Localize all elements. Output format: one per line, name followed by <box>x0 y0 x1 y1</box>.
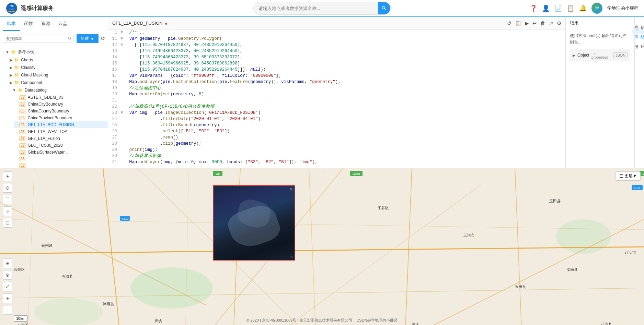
map-grid-tool[interactable]: ⊞ <box>3 258 12 268</box>
list-item[interactable]: JS GF2_L1A_Fusion <box>14 135 108 142</box>
code-line: 28 .clip(geometry); <box>108 141 565 147</box>
tree-folder-datacatalog: ▼ 📁 Datacatalog JS ASTER_GDEM_V3 <box>7 86 108 168</box>
settings-icon[interactable]: 📄 <box>554 4 562 12</box>
expand-icon: ▼ <box>12 88 16 92</box>
file-tab[interactable]: GF1_L1A_BCD_FUSION ● <box>112 21 168 26</box>
share-icon[interactable]: ↗ <box>549 20 553 26</box>
code-editor[interactable]: 1 ▼ /**... 11 ▼ var geometry = pie.Geome… <box>108 29 565 168</box>
tree-folder-classify-header[interactable]: ▶ 📁 Classify <box>7 64 108 71</box>
sidebar-tab-function[interactable]: 函数 <box>20 17 37 31</box>
script-search-input[interactable] <box>3 35 74 43</box>
result-object[interactable]: ▶ Object : 5 properties JSON <box>570 49 630 61</box>
help-icon[interactable]: ❓ <box>530 4 537 12</box>
tree-folder-examples-header[interactable]: ▼ 📁 参考示例 <box>3 48 108 56</box>
map-fullscreen-tool[interactable]: ⤢ <box>3 282 12 291</box>
sidebar-tab-cloud[interactable]: 云盘 <box>54 17 71 31</box>
resize-handle[interactable]: ⤡ <box>290 254 293 259</box>
settings-icon[interactable]: ⚙ <box>557 20 561 26</box>
result-title: 结果 <box>570 20 579 25</box>
username[interactable]: 学地理的小胖师 <box>607 5 639 11</box>
map-layer-tool[interactable]: ⊗ <box>3 270 12 280</box>
list-item[interactable]: JS GlobalSurfaceWater... <box>14 149 108 156</box>
list-item[interactable]: JS ASTER_GDEM_V3 <box>14 94 108 101</box>
user-manage-icon[interactable]: 👤 <box>542 4 550 12</box>
map-add-point-tool[interactable]: + <box>3 171 12 181</box>
map-zoom-out-btn[interactable]: - <box>3 305 12 315</box>
list-item-selected[interactable]: JS GF1_L1A_BCD_FUSION <box>14 121 108 128</box>
side-tab-info[interactable]: 信息 <box>632 20 644 24</box>
code-line: 21 <box>108 97 565 104</box>
svg-text:PIE: PIE <box>10 5 14 7</box>
svg-text:云州区: 云州区 <box>41 243 53 248</box>
satellite-image-overlay: ✕ ⤡ <box>213 185 295 261</box>
map-rect-tool[interactable]: □ <box>3 218 12 228</box>
code-line: 16 [115.95704187824987, 40.2485291926444… <box>108 67 565 73</box>
map-tools-left: + ⊙ ⌒ ○ □ <box>3 171 12 228</box>
code-line: 30 //加载显示影像 <box>108 153 565 159</box>
side-tab-result[interactable]: 结果 <box>632 29 644 34</box>
code-line: 14 [116.74994866423373, 39.6510337339307… <box>108 54 565 60</box>
expand-icon: ▶ <box>10 73 12 77</box>
header: PIE engine 遥感计算服务 ❓ 👤 📄 📋 🔔 学 学地理的小胖师 <box>0 0 644 17</box>
sidebar-tab-resource[interactable]: 资源 <box>37 17 54 31</box>
list-item[interactable]: JS ChinaCountyBoundary <box>14 108 108 115</box>
result-content: 使用方法 print(..) 输出结果到控制台。 ▶ Object : 5 pr… <box>566 29 634 168</box>
sidebar-toolbar: 新建 ▼ ↺ <box>0 31 108 46</box>
search-button[interactable] <box>378 2 390 14</box>
list-item[interactable]: JS ChinaCityBoundary <box>14 101 108 108</box>
sidebar-nav: 脚本 函数 资源 云盘 <box>0 17 108 31</box>
result-tip: 使用方法 print(..) 输出结果到控制台。 <box>570 33 630 46</box>
map-zoom-in-btn[interactable]: + <box>3 293 12 303</box>
svg-text:廊坊: 廊坊 <box>154 319 162 323</box>
delete-icon[interactable]: 🗑 <box>540 20 545 26</box>
logo-text: 遥感计算服务 <box>21 5 54 12</box>
js-badge: JS <box>19 157 26 161</box>
header-search[interactable] <box>253 2 391 15</box>
save-icon[interactable]: ↺ <box>507 20 511 26</box>
side-tab-task[interactable]: 任务 <box>632 39 644 43</box>
tree-folder-charts-label: Charts <box>21 58 33 62</box>
file-label: ChinaCountyBoundary <box>28 109 69 113</box>
list-item[interactable]: JS <box>14 156 108 162</box>
svg-point-6 <box>34 298 103 325</box>
json-button[interactable]: JSON <box>613 52 628 58</box>
list-item[interactable]: JS GF1_L1A_WFV_TOA <box>14 128 108 135</box>
tree-folder-component-header[interactable]: ▶ 📁 Component <box>7 79 108 86</box>
result-expand-icon[interactable]: ▶ <box>573 53 575 57</box>
js-badge: JS <box>19 95 26 100</box>
svg-text:赤城县: 赤城县 <box>62 274 73 278</box>
csdn-tag: CSDN@学地理的小胖师 <box>356 318 397 322</box>
cloud-icon[interactable]: 📋 <box>567 4 574 12</box>
search-input[interactable] <box>254 4 378 13</box>
svg-point-5 <box>556 219 611 254</box>
user-avatar[interactable]: 学 <box>591 3 602 14</box>
sidebar-tab-script[interactable]: 脚本 <box>3 17 20 31</box>
svg-text:涿鹿县: 涿鹿县 <box>103 302 114 306</box>
map-resize-handle[interactable]: ····· <box>319 169 325 174</box>
map-polygon-tool[interactable]: ⌒ <box>3 195 12 204</box>
tree-folder-charts-header[interactable]: ▶ 📁 Charts <box>7 56 108 64</box>
editor-toolbar: ↺ 📋 ▶ ↩ 🗑 ↗ ⚙ <box>507 20 561 26</box>
run-icon[interactable]: ▶ <box>525 20 529 26</box>
svg-text:滦南县: 滦南县 <box>566 267 578 272</box>
layer-icon: ☰ <box>619 174 623 179</box>
map-layer-button[interactable]: ☰ 图层▼ <box>616 171 641 181</box>
js-badge: JS <box>19 136 26 141</box>
folder-icon: 📁 <box>14 65 19 70</box>
tree-folder-datacatalog-header[interactable]: ▼ 📁 Datacatalog <box>10 86 108 94</box>
map-circle-tool[interactable]: ○ <box>3 206 12 216</box>
new-button[interactable]: 新建 ▼ <box>77 34 99 43</box>
refresh-button[interactable]: ↺ <box>101 35 105 42</box>
list-item[interactable]: JS GLC_FCS30_2020 <box>14 142 108 149</box>
list-item[interactable]: JS ChinaProvinceBoundary <box>14 115 108 121</box>
tree-folder-cloud-header[interactable]: ▶ 📁 Cloud Masking <box>7 71 108 79</box>
notification-icon[interactable]: 🔔 <box>579 4 587 12</box>
copy-icon[interactable]: 📋 <box>515 20 521 26</box>
list-item[interactable]: JS <box>14 162 108 168</box>
map-location-tool[interactable]: ⊙ <box>3 183 12 193</box>
reset-icon[interactable]: ↩ <box>532 20 537 26</box>
close-overlay-icon[interactable]: ✕ <box>289 186 293 192</box>
svg-text:S319: S319 <box>121 217 128 220</box>
file-label: GlobalSurfaceWater... <box>28 150 68 155</box>
file-tree: ▼ 📁 参考示例 ▶ 📁 Charts ▶ <box>0 46 108 168</box>
